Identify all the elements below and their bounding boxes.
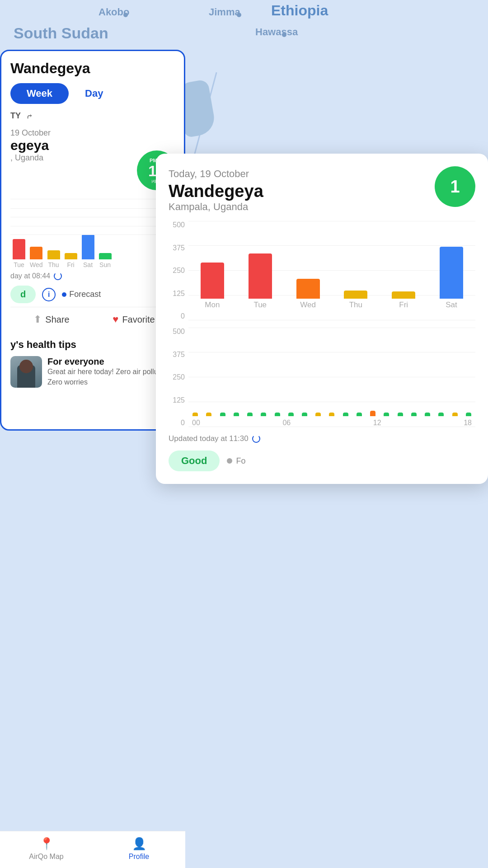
front-bar-wrap-mon: Mon [201, 263, 224, 310]
hourly-y-0: 0 [169, 419, 185, 427]
front-bar-wrap-sat: Sat [440, 247, 463, 310]
filter-arrow: ⤶ [26, 111, 33, 121]
forecast-text-front: Fo [236, 456, 245, 466]
hb-15 [398, 413, 403, 416]
health-section: y's health tips For everyone Great air h… [10, 332, 175, 393]
hb-8 [302, 413, 307, 416]
y-label-375: 375 [169, 244, 185, 252]
nav-label-airqo-map: AirQo Map [29, 853, 63, 861]
h-bar-16 [411, 413, 417, 416]
good-badge-back[interactable]: d [10, 286, 36, 303]
bottom-nav: 📍 AirQo Map 👤 Profile [0, 831, 185, 868]
front-country: Kampala, Uganda [169, 201, 475, 213]
info-button[interactable]: i [42, 288, 56, 301]
front-bar-label-fri: Fri [399, 300, 408, 310]
mini-bar-wrap-sat: Sat [82, 235, 94, 268]
hb-16 [411, 413, 417, 416]
front-status-row: Good Fo [169, 450, 475, 471]
aqi-front-num: 1 [450, 177, 460, 197]
h-bar-04 [247, 413, 253, 416]
updated-row-back: day at 08:44 [10, 268, 175, 282]
chart-bars-weekly: Mon Tue Wed Thu Fri [188, 221, 475, 310]
hb-1 [206, 413, 211, 416]
hourly-label-12: 12 [373, 419, 381, 427]
front-bar-wrap-tue: Tue [249, 253, 272, 310]
mini-bar-label-sat: Sat [83, 261, 93, 268]
health-card: For everyone Great air here today! Zero … [10, 356, 175, 393]
hb-0 [192, 413, 198, 416]
tab-week[interactable]: Week [10, 83, 69, 104]
h-bar-06 [275, 413, 280, 416]
forecast-row-front: Fo [227, 456, 245, 466]
hourly-y-500: 500 [169, 328, 185, 336]
good-badge-front[interactable]: Good [169, 450, 220, 471]
hb-5 [261, 413, 266, 416]
hourly-x-labels: 00 06 12 18 [188, 419, 475, 427]
hb-9 [315, 413, 321, 416]
mini-bar-wrap-fri: Fri [65, 253, 77, 268]
mini-chart-grid [10, 199, 175, 235]
map-dot-jimma [237, 13, 241, 17]
card-back-date: 19 October [10, 128, 175, 138]
hourly-label-06: 06 [282, 419, 291, 427]
map-dot-akobo [123, 13, 128, 17]
front-bar-mon [201, 263, 224, 299]
y-label-250: 250 [169, 267, 185, 275]
nav-item-airqo-map[interactable]: 📍 AirQo Map [0, 837, 93, 861]
front-bar-wed [296, 279, 320, 299]
h-bar-14 [384, 413, 389, 416]
bottom-spacer [10, 393, 175, 429]
front-bar-label-thu: Thu [349, 300, 362, 310]
front-bar-label-tue: Tue [253, 300, 267, 310]
hb-7 [288, 413, 294, 416]
profile-icon: 👤 [132, 837, 146, 851]
front-bar-fri [392, 291, 415, 299]
weekly-chart: 0 125 250 375 500 Mon [169, 221, 475, 320]
h-bar-01 [206, 413, 211, 416]
card-front: Today, 19 October Wandegeya Kampala, Uga… [156, 154, 488, 484]
mini-bar-label-wed: Wed [30, 261, 43, 268]
h-bar-17 [425, 413, 430, 416]
mini-bar-sat [82, 235, 94, 259]
h-bar-15 [398, 413, 403, 416]
hb-6 [275, 413, 280, 416]
front-bar-tue [249, 253, 272, 299]
front-bar-sat [440, 247, 463, 299]
map-label-jimma: Jimma [209, 6, 240, 18]
map-label-south-sudan: South Sudan [14, 24, 108, 42]
card-back-loc-name: egeya [10, 138, 175, 153]
mini-bar-wrap-wed: Wed [30, 247, 43, 268]
hb-11 [343, 413, 348, 416]
front-bar-thu [344, 291, 367, 299]
hourly-label-18: 18 [464, 419, 472, 427]
mini-bar-tue [13, 239, 25, 259]
forecast-dot-gray [227, 458, 232, 464]
y-label-125: 125 [169, 290, 185, 298]
mini-bar-wrap-sun: Sun [99, 253, 112, 268]
h-bar-08 [302, 413, 307, 416]
h-bar-12 [357, 413, 362, 416]
favorite-label: Favorite [122, 314, 155, 325]
chart-y-labels-weekly: 0 125 250 375 500 [169, 221, 185, 320]
mini-bar-fri [65, 253, 77, 259]
mini-bar-label-thu: Thu [48, 261, 59, 268]
nav-item-profile[interactable]: 👤 Profile [93, 837, 185, 861]
front-date: Today, 19 October [169, 168, 475, 180]
bottom-actions: ⬆ Share ♥ Favorite [10, 307, 175, 332]
h-bar-05 [261, 413, 266, 416]
updated-text-back: day at 08:44 [10, 272, 50, 280]
heart-icon: ♥ [113, 314, 118, 325]
tab-day[interactable]: Day [69, 83, 119, 104]
h-bar-18 [438, 413, 444, 416]
map-label-hawassa: Hawassa [255, 26, 298, 38]
hb-13 [370, 411, 375, 416]
hb-4 [247, 413, 253, 416]
hb-12 [357, 413, 362, 416]
h-bar-13 [370, 411, 375, 416]
hb-10 [329, 413, 334, 416]
h-bar-10 [329, 413, 334, 416]
mini-bar-label-tue: Tue [14, 261, 24, 268]
hourly-y-125: 125 [169, 396, 185, 404]
share-button[interactable]: ⬆ Share [10, 314, 93, 325]
chart-y-labels-hourly: 0 125 250 375 500 [169, 328, 185, 427]
